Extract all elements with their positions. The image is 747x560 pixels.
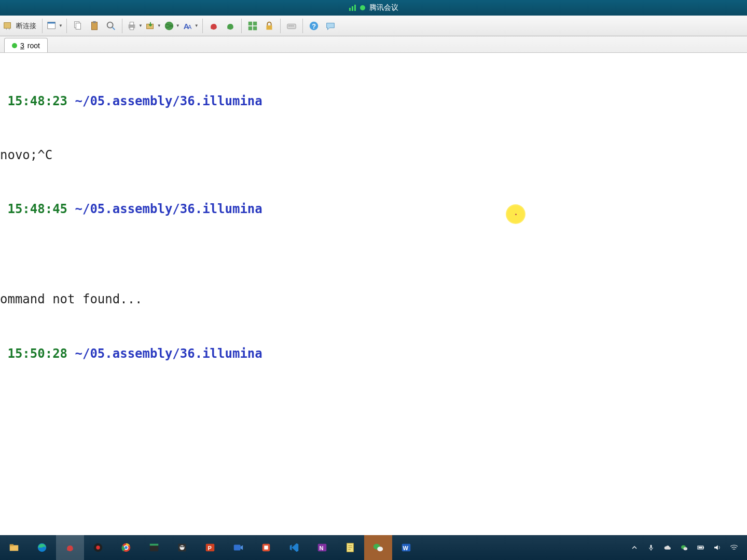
terminal-output: ommand not found... [0, 290, 747, 309]
prompt-path: ~/05.assembly/36.illumina [67, 346, 262, 361]
terminal-pane[interactable]: 15:48:23 ~/05.assembly/36.illumina novo;… [0, 53, 747, 535]
taskbar-app-xshell[interactable] [56, 535, 84, 560]
taskbar-apps: P N W [0, 535, 420, 560]
prompt-time: 15:48:45 [0, 202, 67, 216]
svg-rect-5 [91, 22, 97, 30]
taskbar-app-mobaxterm[interactable] [168, 535, 196, 560]
tray-volume-icon[interactable] [713, 543, 722, 552]
svg-rect-27 [10, 544, 13, 547]
chevron-down-icon: ▼ [195, 23, 199, 28]
svg-rect-21 [288, 25, 289, 26]
meeting-titlebar: 腾讯会议 [0, 0, 747, 16]
toolbar-separator [302, 19, 303, 33]
prompt-path: ~/05.assembly/36.illumina [67, 202, 262, 216]
tray-expand-icon[interactable] [630, 543, 639, 552]
svg-point-54 [684, 547, 688, 550]
taskbar-app-terminal[interactable] [140, 535, 168, 560]
globe-button[interactable]: ▼ [163, 18, 181, 34]
lock-button[interactable] [261, 18, 277, 34]
system-tray [630, 543, 747, 552]
svg-rect-15 [248, 21, 252, 25]
session-tabbar: 3 root [0, 36, 747, 53]
transfer-button[interactable]: ▼ [144, 18, 162, 34]
svg-text:P: P [208, 545, 211, 551]
svg-rect-9 [130, 22, 133, 25]
prompt-time: 15:50:28 [0, 346, 67, 361]
svg-rect-35 [150, 544, 159, 546]
tab-index: 3 [20, 41, 24, 50]
tile-button[interactable] [245, 18, 260, 34]
taskbar-app-chrome[interactable] [112, 535, 140, 560]
taskbar-app-vscode[interactable] [280, 535, 308, 560]
toolbar-separator [241, 19, 242, 33]
svg-point-33 [125, 546, 128, 549]
svg-text:A: A [188, 23, 192, 30]
svg-rect-6 [93, 21, 96, 23]
taskbar-app-edge[interactable] [28, 535, 56, 560]
tray-wifi-icon[interactable] [729, 543, 739, 552]
paste-button[interactable] [87, 18, 102, 34]
toolbar-separator [122, 19, 122, 33]
svg-rect-17 [248, 26, 252, 30]
taskbar-app-meeting[interactable] [224, 535, 252, 560]
tab-name: root [27, 41, 40, 50]
taskbar-app-onenote[interactable]: N [308, 535, 336, 560]
svg-text:W: W [403, 545, 409, 551]
taskbar-app-wechat[interactable] [364, 535, 392, 560]
svg-rect-10 [130, 27, 133, 30]
terminal-output: novo;^C [0, 146, 747, 164]
print-button[interactable]: ▼ [126, 18, 143, 34]
macro-red-button[interactable] [206, 18, 222, 34]
taskbar-app-powerpoint[interactable]: P [196, 535, 224, 560]
macro-green-button[interactable] [223, 18, 238, 34]
taskbar-app-notes[interactable] [336, 535, 364, 560]
cursor-highlight-icon [506, 204, 525, 224]
svg-point-37 [179, 545, 184, 550]
taskbar-app-files[interactable] [0, 535, 28, 560]
app-toolbar: 断连接 ▼ ▼ ▼ ▼ AA ▼ [0, 16, 747, 36]
chevron-down-icon: ▼ [176, 23, 180, 28]
svg-point-38 [181, 546, 182, 548]
toolbar-separator [42, 19, 43, 33]
svg-text:N: N [320, 545, 324, 551]
svg-rect-19 [266, 25, 272, 30]
svg-rect-52 [651, 545, 652, 549]
chat-button[interactable] [323, 18, 338, 34]
tray-battery-icon[interactable] [696, 543, 706, 552]
taskbar-app-clip[interactable] [252, 535, 280, 560]
svg-rect-44 [264, 545, 268, 549]
session-button[interactable]: ▼ [46, 18, 63, 34]
svg-rect-42 [234, 545, 241, 551]
keyboard-button[interactable] [284, 18, 299, 34]
svg-rect-18 [253, 26, 257, 30]
find-button[interactable] [103, 18, 119, 34]
taskbar-app-record[interactable] [84, 535, 112, 560]
taskbar-app-word[interactable]: W [392, 535, 420, 560]
tray-cloud-icon[interactable] [663, 543, 672, 552]
connected-dot-icon [12, 43, 17, 48]
chevron-down-icon: ▼ [59, 23, 63, 28]
help-button[interactable]: ? [306, 18, 322, 34]
chevron-down-icon: ▼ [139, 23, 143, 28]
chevron-down-icon: ▼ [157, 23, 161, 28]
windows-taskbar: P N W [0, 535, 747, 560]
svg-rect-23 [292, 25, 293, 26]
toolbar-separator [280, 19, 281, 33]
svg-rect-56 [703, 547, 704, 549]
tray-wechat-icon[interactable] [680, 543, 689, 552]
copy-button[interactable] [70, 18, 86, 34]
meeting-title: 腾讯会议 [369, 3, 398, 12]
svg-point-7 [107, 22, 113, 27]
session-tab-root[interactable]: 3 root [4, 38, 48, 52]
signal-icon [349, 5, 356, 11]
prompt-path: ~/05.assembly/36.illumina [67, 94, 262, 108]
font-button[interactable]: AA ▼ [182, 18, 199, 34]
connect-button[interactable]: 断连接 [2, 18, 39, 34]
svg-rect-0 [4, 22, 11, 28]
toolbar-separator [66, 19, 67, 33]
connect-label: 断连接 [14, 21, 38, 31]
tray-mic-icon[interactable] [646, 543, 656, 552]
recording-dot-icon [360, 5, 365, 10]
svg-rect-57 [699, 547, 703, 549]
svg-point-12 [165, 21, 174, 30]
